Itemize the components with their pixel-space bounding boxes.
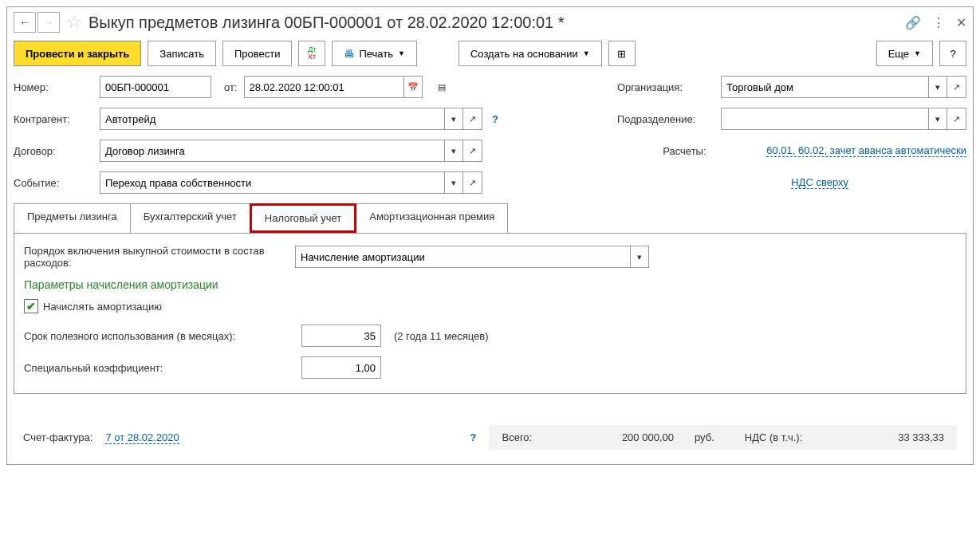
help-icon[interactable]: ?	[492, 113, 498, 125]
checkbox-label: Начислять амортизацию	[43, 301, 162, 313]
dt-kt-icon: ДтКт	[308, 46, 316, 61]
subdiv-input[interactable]	[721, 108, 928, 130]
forward-button[interactable]: →	[37, 12, 60, 33]
open-icon[interactable]: ↗	[463, 108, 482, 130]
dt-kt-button[interactable]: ДтКт	[298, 41, 325, 66]
post-and-close-button[interactable]: Провести и закрыть	[14, 41, 141, 66]
chevron-down-icon: ▼	[398, 49, 405, 57]
open-icon[interactable]: ↗	[463, 171, 482, 194]
date-input-group: 📅	[244, 76, 423, 98]
titlebar: ← → ☆ Выкуп предметов лизинга 00БП-00000…	[7, 7, 973, 37]
org-input-group: ▾ ↗	[721, 76, 966, 98]
footer-totals: Всего: 200 000,00 руб. НДС (в т.ч.): 33 …	[489, 425, 957, 450]
print-label: Печать	[359, 48, 393, 60]
create-based-label: Создать на основании	[470, 48, 578, 60]
hierarchy-icon: ⊞	[617, 48, 626, 60]
tab-depreciation-bonus[interactable]: Амортизационная премия	[356, 203, 508, 233]
chevron-down-icon[interactable]: ▾	[928, 108, 947, 130]
vat-value: 33 333,33	[817, 431, 944, 443]
depreciation-checkbox[interactable]: ✔	[24, 299, 38, 313]
title-actions: 🔗 ⋮ ✕	[905, 15, 966, 30]
tab-tax[interactable]: Налоговый учет	[250, 203, 356, 233]
vat-link[interactable]: НДС сверху	[791, 176, 848, 189]
contract-input[interactable]	[100, 140, 444, 162]
org-label: Организация:	[617, 81, 714, 93]
more-label: Еще	[888, 48, 909, 60]
row-order: Порядок включения выкупной стоимости в с…	[24, 245, 956, 269]
date-input[interactable]	[244, 76, 403, 98]
org-input[interactable]	[721, 76, 928, 98]
coef-input[interactable]	[301, 356, 381, 379]
invoice-label: Счет-фактура:	[23, 431, 92, 443]
event-label: Событие:	[14, 177, 93, 189]
row-contract: Договор: ▾ ↗ Расчеты: 60.01, 60.02, заче…	[14, 140, 966, 162]
open-icon[interactable]: ↗	[947, 76, 966, 98]
chevron-down-icon: ▼	[583, 49, 590, 57]
tab-leasing-items[interactable]: Предметы лизинга	[14, 203, 131, 233]
depreciation-section-title: Параметры начисления амортизации	[24, 278, 956, 291]
printer-icon: 🖶	[344, 48, 354, 60]
check-icon: ✔	[26, 300, 36, 313]
number-label: Номер:	[14, 81, 93, 93]
subdiv-label: Подразделение:	[617, 113, 714, 125]
subdiv-input-group: ▾ ↗	[721, 108, 966, 130]
tab-content-tax: Порядок включения выкупной стоимости в с…	[14, 234, 966, 394]
coef-label: Специальный коэффициент:	[24, 362, 295, 374]
row-event: Событие: ▾ ↗ НДС сверху	[14, 171, 966, 194]
open-icon[interactable]: ↗	[947, 108, 966, 130]
tabs: Предметы лизинга Бухгалтерский учет Нало…	[14, 203, 966, 234]
post-button[interactable]: Провести	[222, 41, 293, 66]
counterparty-label: Контрагент:	[14, 113, 93, 125]
chevron-down-icon[interactable]: ▾	[444, 171, 463, 194]
total-value: 200 000,00	[546, 431, 680, 443]
footer: Счет-фактура: 7 от 28.02.2020 ? Всего: 2…	[14, 416, 966, 458]
number-input[interactable]	[100, 76, 211, 98]
write-button[interactable]: Записать	[148, 41, 216, 66]
row-counterparty: Контрагент: ▾ ↗ ? Подразделение: ▾ ↗	[14, 108, 966, 130]
term-input[interactable]	[301, 325, 381, 347]
calc-link[interactable]: 60.01, 60.02, зачет аванса автоматически	[766, 144, 966, 157]
close-icon[interactable]: ✕	[956, 15, 966, 30]
back-button[interactable]: ←	[14, 12, 36, 33]
term-label: Срок полезного использования (в месяцах)…	[24, 330, 295, 342]
vat-label: НДС (в т.ч.):	[745, 431, 803, 443]
contract-label: Договор:	[14, 145, 93, 157]
list-icon[interactable]: ▤	[432, 76, 451, 98]
event-input-group: ▾ ↗	[100, 171, 482, 194]
nav-buttons: ← →	[14, 12, 60, 33]
calendar-icon[interactable]: 📅	[403, 76, 423, 98]
help-icon[interactable]: ?	[470, 431, 477, 443]
structure-button[interactable]: ⊞	[608, 41, 636, 66]
link-icon[interactable]: 🔗	[905, 15, 921, 30]
toolbar: Провести и закрыть Записать Провести ДтК…	[7, 37, 973, 76]
counterparty-input[interactable]	[100, 108, 444, 130]
kebab-icon[interactable]: ⋮	[932, 15, 945, 30]
tab-accounting[interactable]: Бухгалтерский учет	[130, 203, 250, 233]
total-label: Всего:	[502, 431, 532, 443]
chevron-down-icon: ▼	[914, 49, 921, 57]
from-label: от:	[224, 81, 238, 93]
favorite-icon[interactable]: ☆	[66, 12, 82, 33]
counterparty-input-group: ▾ ↗	[100, 108, 482, 130]
invoice-link[interactable]: 7 от 28.02.2020	[105, 431, 179, 444]
row-term: Срок полезного использования (в месяцах)…	[24, 325, 956, 347]
calc-label: Расчеты:	[663, 145, 760, 157]
chevron-down-icon[interactable]: ▾	[444, 108, 463, 130]
print-button[interactable]: 🖶 Печать ▼	[332, 41, 417, 66]
checkbox-row: ✔ Начислять амортизацию	[24, 299, 956, 313]
contract-input-group: ▾ ↗	[100, 140, 482, 162]
row-number: Номер: от: 📅 ▤ Организация: ▾ ↗	[14, 76, 966, 98]
chevron-down-icon[interactable]: ▾	[928, 76, 947, 98]
window: ← → ☆ Выкуп предметов лизинга 00БП-00000…	[6, 6, 974, 465]
order-label: Порядок включения выкупной стоимости в с…	[24, 245, 289, 269]
term-hint: (2 года 11 месяцев)	[394, 330, 489, 342]
order-input[interactable]	[295, 246, 630, 268]
row-coef: Специальный коэффициент:	[24, 356, 956, 379]
event-input[interactable]	[100, 171, 444, 194]
more-button[interactable]: Еще ▼	[876, 41, 933, 66]
chevron-down-icon[interactable]: ▾	[630, 246, 649, 268]
open-icon[interactable]: ↗	[463, 140, 482, 162]
create-based-button[interactable]: Создать на основании ▼	[459, 41, 602, 66]
chevron-down-icon[interactable]: ▾	[444, 140, 463, 162]
help-button[interactable]: ?	[939, 41, 966, 66]
